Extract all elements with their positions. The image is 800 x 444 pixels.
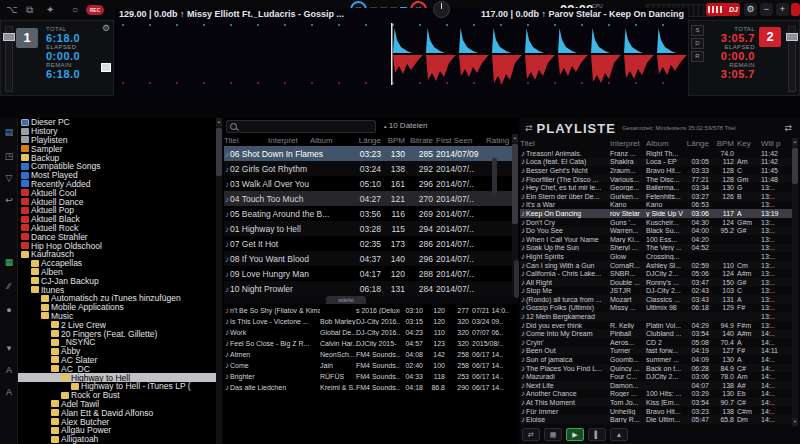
track-row[interactable]: ♪Been OutTurnerfast forw...04:19127F#14:… [520, 347, 792, 356]
deck1-volume-fader[interactable] [5, 26, 13, 92]
mic-icon[interactable]: ▌ [588, 428, 606, 441]
tree-item[interactable]: Alex Butcher [18, 417, 222, 426]
column-header-rating[interactable]: Rating [486, 136, 512, 145]
tree-item[interactable]: Alan Ett & David Alfonso [18, 408, 222, 417]
track-row[interactable]: ♪EloiseBarry R...Die Ultim...05:4765.8Dm… [520, 415, 792, 424]
track-row[interactable]: ♪Stop MeJSTJRDJ-City 2...02:43103C13:.. [520, 287, 792, 296]
tile-icon[interactable]: ▦ [544, 428, 562, 441]
column-header-album[interactable]: Album [646, 139, 686, 148]
tree-item[interactable]: 20 Fingers (Feat. Gillette) [18, 329, 222, 338]
column-header-title[interactable]: Titel [520, 139, 610, 148]
track-row[interactable]: ♪Come Into My DreamPinballClubland ...03… [520, 329, 792, 338]
settings-button[interactable]: ⚙ [744, 3, 757, 16]
track-row[interactable]: ♪Hey Chef, es tut mir le...George...Ball… [520, 183, 792, 192]
deck1-gear-icon[interactable]: ⚙ [102, 23, 110, 33]
track-row[interactable]: ♪Next LifeDamon...04:07138A#14:.. [520, 381, 792, 390]
track-row[interactable]: ♪WorkGlobal De...DJ-City 2016...04:23110… [224, 327, 512, 338]
track-row[interactable]: ♪California - Chris Lake...SNBR...DJCity… [520, 269, 792, 278]
track-row[interactable]: ♪Is This Love - Vicetone ...Bob MarleyDJ… [224, 316, 512, 327]
disc-view-icon[interactable]: ◳ [3, 150, 15, 162]
column-header-interpret[interactable]: Interpret [268, 136, 310, 145]
playlist-scroll-thumb[interactable] [792, 148, 798, 184]
column-header-will[interactable]: Will p [761, 139, 792, 148]
track-row[interactable]: ♪Cryin'Aeros...CD 205:0870.4A14:.. [520, 338, 792, 347]
tree-item[interactable]: Highway to Hell - iTunes LP ( [18, 382, 222, 391]
sort-icon[interactable]: ▾ [3, 342, 15, 354]
track-row[interactable]: ♪It's a WarKanoKano06:5313:.. [520, 201, 792, 210]
deck2-volume-fader[interactable] [788, 26, 796, 92]
column-header-bpm[interactable]: BPM [712, 139, 737, 148]
track-row[interactable]: ♪Besser Geht's Nicht2raum...Bravo Hit...… [520, 166, 792, 175]
track-row[interactable]: ♪08 If You Want Blood04:371402962014/07/… [224, 251, 512, 266]
tree-item[interactable]: Music [18, 312, 222, 321]
tree-scroll-up[interactable]: ▲ [216, 118, 222, 126]
track-row[interactable]: ♪(Rondo) all turca from ...MozartClassic… [520, 295, 792, 304]
filelist-scroll-thumb[interactable] [512, 144, 518, 224]
tree-item[interactable]: Mobile Applications [18, 303, 222, 312]
repeat-icon[interactable]: ⇄ [522, 428, 540, 441]
track-row[interactable]: ♪At This MomentTom Jo...Kiss [Em...03:54… [520, 398, 792, 407]
tree-item[interactable]: Allgäu Power [18, 426, 222, 435]
eject-icon[interactable]: ▲ [610, 428, 628, 441]
column-header-bitrate[interactable]: Bitrate [408, 136, 436, 145]
folders-view-icon[interactable]: ▤ [3, 126, 15, 138]
split-view-icon[interactable]: ⁄⁄ [3, 280, 15, 292]
az-sort-icon[interactable]: A [3, 364, 15, 376]
track-row[interactable]: ♪Das alte LiedchenKreiml & S...FM4 Sound… [224, 382, 512, 393]
close-button[interactable] [791, 3, 800, 16]
tree-item[interactable]: Rock or Bust [18, 391, 222, 400]
maximize-button[interactable]: + [776, 3, 789, 16]
sidelist-tab[interactable]: sidelist [326, 296, 366, 304]
track-row[interactable]: ♪Keep On Dancingrov Stelary Side Up V03:… [520, 209, 792, 218]
playlist-scroll-up[interactable]: ▲ [792, 138, 798, 146]
column-header-key[interactable]: Key [737, 139, 761, 148]
track-row[interactable]: ♪Sun of jamaicaGoomb...summer ...04:0913… [520, 355, 792, 364]
filter-knob[interactable] [433, 1, 450, 18]
track-row[interactable]: ♪Loca (feat. El Cata)ShakiraLoca - EP03:… [520, 158, 792, 167]
column-header-title[interactable]: Titel [224, 136, 268, 145]
track-row[interactable]: ♪01 Highway to Hell03:281152942014/07/.. [224, 221, 512, 236]
filelist-pane-handle[interactable] [492, 158, 497, 196]
shuffle-icon[interactable]: ⇄ [525, 123, 533, 133]
track-row[interactable]: ♪03 Walk All Over You05:101612962014/07/… [224, 176, 512, 191]
za-sort-icon[interactable]: A [3, 386, 15, 398]
track-row[interactable]: ♪04 Touch Too Much04:271212702014/07/.. [224, 191, 512, 206]
track-row[interactable]: ♪12 Mein Bergkamerad13:.. [520, 312, 792, 321]
tree-item[interactable]: _NSYNC [18, 338, 222, 347]
track-row[interactable]: ♪Did you ever thinkR. KellyPlatin Vol...… [520, 321, 792, 330]
column-header-interpret[interactable]: Interpret [610, 139, 646, 148]
track-row[interactable]: ♪All RightDouble ...Ronny's ...03:47150G… [520, 278, 792, 287]
deck1-pitch-handle[interactable] [101, 63, 111, 72]
list-view-icon[interactable]: ▦ [3, 256, 15, 268]
playlist-pane-handle[interactable] [514, 260, 519, 298]
waveform-display[interactable]: 129.00 | 0.0db ↑ Missy Elliott Ft._Ludac… [115, 8, 688, 96]
filter-icon[interactable]: ▽ [3, 172, 15, 184]
track-row[interactable]: ♪n't Be So Shy (Filatov & Kimanys 2016 (… [224, 305, 512, 316]
record-icon[interactable]: ○ [72, 0, 78, 20]
playlist-scrollbar[interactable]: ▲ ▼ [792, 138, 798, 426]
filelist-scroll-up[interactable]: ▲ [512, 134, 518, 142]
track-row[interactable]: ♪06 Shot Down In Flames03:231302852014/0… [224, 146, 512, 161]
search-input[interactable] [226, 120, 376, 133]
track-row[interactable]: ♪When I Call Your NameMary Ki...100 Ess.… [520, 235, 792, 244]
playlist-columns[interactable]: TitelInterpretAlbumLängeBPMKeyWill p [520, 138, 792, 149]
column-header-album[interactable]: Album [310, 136, 356, 145]
column-header-seen[interactable]: First Seen [436, 136, 486, 145]
pane-sash[interactable]: sidelist [224, 296, 518, 304]
track-row[interactable]: ♪Can I sing With a GunCornaR...Ashley Sl… [520, 261, 792, 270]
deck2-fader-handle[interactable] [786, 33, 798, 41]
track-row[interactable]: ♪02 Girls Got Rhythm03:241382922014/07/.… [224, 161, 512, 176]
deck1-fader-handle[interactable] [3, 33, 15, 41]
dot-icon[interactable]: ● [3, 304, 15, 316]
broadcast-icon[interactable]: ⌥ [6, 0, 18, 20]
track-row[interactable]: ♪BrighterRÜFÜSFM4 Sounds...04:3311825306… [224, 371, 512, 382]
tree-item[interactable]: Abby [18, 347, 222, 356]
track-row[interactable]: ♪Für ImmerUnheiligBravo Hit...03:23138C#… [520, 407, 792, 416]
track-row[interactable]: ♪Floorfiller (The Disco ...Various...The… [520, 175, 792, 184]
track-row[interactable]: ♪The Places You Find L...Quincy ...Back … [520, 364, 792, 373]
track-row[interactable]: ♪Hight SpiritsGlowCrossing...13:.. [520, 252, 792, 261]
playlist-shuffle-icon[interactable]: ⇄ [784, 123, 792, 133]
track-row[interactable]: ♪07 Get It Hot02:351732862014/07/.. [224, 236, 512, 251]
track-row[interactable]: ♪Do You SeeWarren...Black Su...04:0095.2… [520, 226, 792, 235]
scratch-mode-icon[interactable]: ✦ [46, 0, 54, 20]
